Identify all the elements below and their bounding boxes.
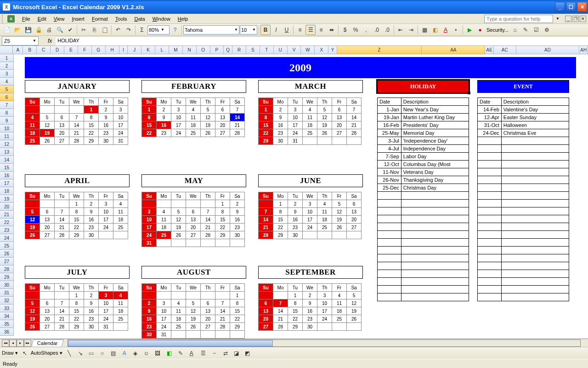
list-date-cell[interactable] <box>378 215 401 223</box>
row-header-12[interactable]: 12 <box>0 140 14 148</box>
day-cell[interactable] <box>157 292 171 299</box>
list-desc-cell[interactable] <box>501 137 569 145</box>
day-cell[interactable] <box>273 292 288 299</box>
day-cell[interactable]: 23 <box>84 224 99 231</box>
list-date-cell[interactable] <box>478 293 502 301</box>
day-cell[interactable]: 15 <box>259 121 273 129</box>
list-date-cell[interactable] <box>478 247 502 254</box>
list-desc-cell[interactable] <box>501 207 569 215</box>
list-desc-cell[interactable] <box>501 223 569 231</box>
day-cell[interactable]: 6 <box>40 299 55 307</box>
formula-input[interactable]: HOLIDAY <box>56 36 588 46</box>
list-desc-cell[interactable] <box>501 192 569 200</box>
day-cell[interactable]: 29 <box>215 231 230 239</box>
day-cell[interactable]: 23 <box>288 224 303 231</box>
day-cell[interactable]: 27 <box>40 231 55 239</box>
font-color-draw-icon[interactable]: A <box>187 348 197 358</box>
new-icon[interactable]: 📄 <box>2 25 12 35</box>
list-date-cell[interactable]: 25-Dec <box>378 184 401 192</box>
day-cell[interactable]: 4 <box>332 292 347 299</box>
day-cell[interactable]: 4 <box>25 114 40 121</box>
day-cell[interactable]: 23 <box>230 224 245 231</box>
day-cell[interactable]: 21 <box>347 121 362 129</box>
col-header-M[interactable]: M <box>169 46 183 54</box>
list-date-cell[interactable] <box>478 161 502 168</box>
day-cell[interactable]: 23 <box>157 129 171 137</box>
list-date-cell[interactable]: 12-Apr <box>478 114 502 121</box>
day-cell[interactable]: 19 <box>347 307 362 315</box>
day-cell[interactable]: 28 <box>69 137 84 145</box>
list-date-cell[interactable] <box>378 231 401 239</box>
day-cell[interactable]: 21 <box>201 224 215 231</box>
day-cell[interactable]: 3 <box>171 106 186 114</box>
autoshapes-menu[interactable]: AutoShapes ▾ <box>31 350 62 356</box>
list-desc-cell[interactable] <box>501 168 569 176</box>
day-cell[interactable]: 7 <box>259 208 273 216</box>
day-cell[interactable]: 19 <box>40 129 55 137</box>
line-icon[interactable]: ╲ <box>64 348 74 358</box>
day-cell[interactable]: 11 <box>332 299 347 307</box>
clipart-icon[interactable]: ☺ <box>141 348 152 358</box>
day-cell[interactable]: 25 <box>25 137 40 145</box>
list-date-cell[interactable]: 14-Feb <box>478 106 502 114</box>
arrow-style-icon[interactable]: ⇄ <box>220 348 231 358</box>
day-cell[interactable]: 22 <box>84 129 99 137</box>
wordart-icon[interactable]: A <box>119 348 130 358</box>
day-cell[interactable] <box>113 323 128 331</box>
list-date-cell[interactable]: 3-Jul <box>378 137 401 145</box>
col-header-K[interactable]: K <box>141 46 155 54</box>
row-header-10[interactable]: 10 <box>0 125 14 132</box>
list-desc-cell[interactable] <box>501 145 569 153</box>
menu-tools[interactable]: Tools <box>112 15 131 23</box>
list-date-cell[interactable] <box>478 215 502 223</box>
day-cell[interactable]: 21 <box>259 224 273 231</box>
list-desc-cell[interactable] <box>501 176 569 184</box>
day-cell[interactable]: 1 <box>84 106 99 114</box>
day-cell[interactable]: 12 <box>347 299 362 307</box>
day-cell[interactable] <box>40 200 55 208</box>
increase-indent-icon[interactable]: ⇥ <box>406 25 416 35</box>
day-cell[interactable]: 10 <box>303 208 317 216</box>
day-cell[interactable] <box>55 200 69 208</box>
list-date-cell[interactable]: 11-Nov <box>378 168 401 176</box>
row-header-4[interactable]: 4 <box>0 78 14 86</box>
day-cell[interactable]: 23 <box>84 315 99 323</box>
day-cell[interactable]: 6 <box>186 208 201 216</box>
day-cell[interactable]: 1 <box>230 292 245 299</box>
menu-view[interactable]: View <box>50 15 68 23</box>
day-cell[interactable]: 10 <box>171 114 186 121</box>
day-cell[interactable]: 15 <box>215 216 230 224</box>
day-cell[interactable]: 22 <box>288 315 303 323</box>
list-desc-cell[interactable] <box>501 262 569 270</box>
day-cell[interactable]: 8 <box>215 208 230 216</box>
day-cell[interactable]: 9 <box>99 114 113 121</box>
col-header-N[interactable]: N <box>183 46 197 54</box>
day-cell[interactable]: 5 <box>25 208 40 216</box>
list-date-cell[interactable] <box>478 223 502 231</box>
list-desc-cell[interactable] <box>501 231 569 239</box>
day-cell[interactable]: 28 <box>55 231 69 239</box>
day-cell[interactable]: 8 <box>230 299 245 307</box>
list-date-cell[interactable] <box>478 153 502 161</box>
draw-menu[interactable]: Draw ▾ <box>2 350 18 356</box>
list-date-cell[interactable] <box>478 239 502 247</box>
day-cell[interactable]: 29 <box>273 231 288 239</box>
day-cell[interactable] <box>25 106 40 114</box>
day-cell[interactable]: 18 <box>113 307 128 315</box>
day-cell[interactable]: 24 <box>99 315 113 323</box>
row-header-26[interactable]: 26 <box>0 250 14 258</box>
day-cell[interactable]: 15 <box>288 307 303 315</box>
day-cell[interactable]: 10 <box>157 307 171 315</box>
day-cell[interactable]: 18 <box>317 216 332 224</box>
day-cell[interactable] <box>259 292 273 299</box>
day-cell[interactable]: 25 <box>317 224 332 231</box>
day-cell[interactable]: 11 <box>171 307 186 315</box>
day-cell[interactable] <box>317 137 332 145</box>
row-header-5[interactable]: 5 <box>0 86 14 93</box>
day-cell[interactable]: 24 <box>99 224 113 231</box>
day-cell[interactable]: 9 <box>157 114 171 121</box>
list-desc-cell[interactable] <box>501 200 569 207</box>
day-cell[interactable]: 6 <box>215 106 230 114</box>
day-cell[interactable]: 2 <box>142 299 157 307</box>
day-cell[interactable]: 16 <box>84 307 99 315</box>
